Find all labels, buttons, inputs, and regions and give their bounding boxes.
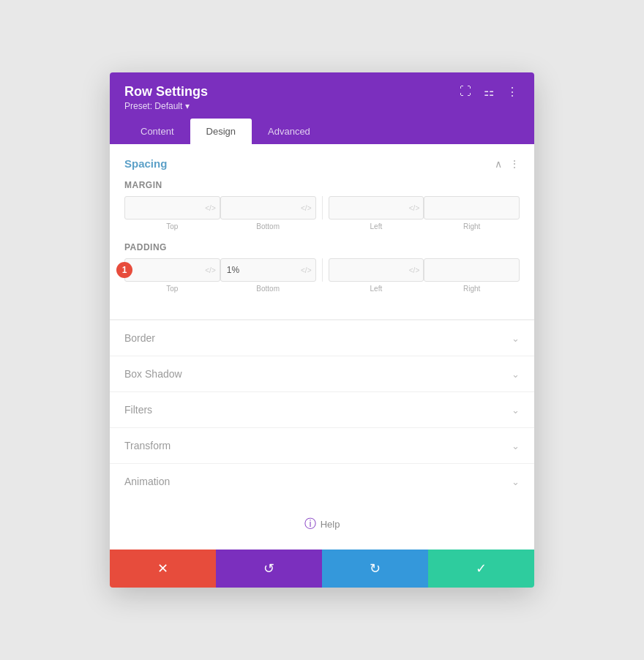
preset-label[interactable]: Preset: Default ▾ xyxy=(124,101,208,111)
tab-advanced[interactable]: Advanced xyxy=(252,119,326,144)
animation-title: Animation xyxy=(124,476,170,487)
padding-bottom-label: Bottom xyxy=(220,285,316,293)
spacing-section: Spacing ∧ ⋮ Margin </> xyxy=(110,144,534,320)
spacing-section-title: Spacing xyxy=(124,157,167,170)
padding-right-half: </> xyxy=(329,258,520,282)
box-shadow-title: Box Shadow xyxy=(124,368,182,380)
padding-left-half: </> </> xyxy=(124,258,316,282)
filters-title: Filters xyxy=(124,404,152,416)
modal-footer: ✕ ↺ ↻ ✓ xyxy=(110,550,534,588)
padding-sublabels: Top Bottom Left Right xyxy=(124,285,520,293)
margin-top-label: Top xyxy=(124,222,220,230)
padding-left-field: </> xyxy=(329,258,424,282)
margin-bottom-input[interactable] xyxy=(220,196,316,220)
transform-section[interactable]: Transform ⌄ xyxy=(110,427,534,463)
header-title-area: Row Settings Preset: Default ▾ xyxy=(124,84,208,111)
padding-group: Padding 1 </> </> xyxy=(124,242,520,293)
redo-button[interactable]: ↻ xyxy=(322,550,428,588)
margin-right-input[interactable] xyxy=(424,196,520,220)
filters-chevron-icon: ⌄ xyxy=(512,405,520,416)
margin-sublabels-right: Left Right xyxy=(329,222,520,230)
padding-left-label: Left xyxy=(329,285,424,293)
margin-sublabels: Top Bottom Left Right xyxy=(124,222,520,230)
padding-top-input[interactable] xyxy=(124,258,220,282)
padding-right-input[interactable] xyxy=(424,258,520,282)
columns-icon[interactable]: ⚏ xyxy=(482,84,496,99)
margin-left-field: </> xyxy=(329,196,424,220)
padding-bottom-field: </> xyxy=(220,258,316,282)
margin-left-input[interactable] xyxy=(329,196,424,220)
border-section[interactable]: Border ⌄ xyxy=(110,320,534,356)
animation-section[interactable]: Animation ⌄ xyxy=(110,463,534,499)
padding-divider xyxy=(322,258,323,282)
margin-group: Margin </> </> xyxy=(124,180,520,230)
padding-right-field xyxy=(424,258,520,282)
help-area: ⓘ Help xyxy=(110,499,534,550)
spacing-collapse-icon[interactable]: ∧ xyxy=(495,158,502,170)
border-title: Border xyxy=(124,332,155,344)
border-chevron-icon: ⌄ xyxy=(512,333,520,344)
save-button[interactable]: ✓ xyxy=(428,550,534,588)
tabs: Content Design Advanced xyxy=(124,119,520,144)
spacing-more-icon[interactable]: ⋮ xyxy=(509,158,520,170)
padding-sublabels-right: Left Right xyxy=(329,285,520,293)
padding-left-input[interactable] xyxy=(329,258,424,282)
padding-top-field: </> xyxy=(124,258,220,282)
modal-title: Row Settings xyxy=(124,84,208,100)
padding-sublabel-divider xyxy=(316,285,329,293)
margin-fields: </> </> </> xyxy=(124,196,520,220)
margin-divider xyxy=(322,196,323,220)
margin-label: Margin xyxy=(124,180,520,190)
margin-top-field: </> xyxy=(124,196,220,220)
padding-label: Padding xyxy=(124,242,520,252)
spacing-section-header: Spacing ∧ ⋮ xyxy=(110,144,534,180)
expand-icon[interactable]: ⛶ xyxy=(458,84,473,99)
padding-top-label: Top xyxy=(124,285,220,293)
help-label[interactable]: Help xyxy=(321,519,340,530)
margin-sublabels-left: Top Bottom xyxy=(124,222,316,230)
header-icons: ⛶ ⚏ ⋮ xyxy=(458,84,520,99)
notification-badge: 1 xyxy=(116,262,132,278)
spacing-section-body: Margin </> </> xyxy=(110,180,534,319)
padding-bottom-input[interactable] xyxy=(220,258,316,282)
modal: Row Settings Preset: Default ▾ ⛶ ⚏ ⋮ Con… xyxy=(110,72,534,588)
help-icon[interactable]: ⓘ xyxy=(304,517,316,532)
margin-sublabel-divider xyxy=(316,222,329,230)
tab-design[interactable]: Design xyxy=(190,119,252,144)
margin-bottom-field: </> xyxy=(220,196,316,220)
animation-chevron-icon: ⌄ xyxy=(512,476,520,487)
margin-left-half: </> </> xyxy=(124,196,316,220)
margin-right-field xyxy=(424,196,520,220)
transform-chevron-icon: ⌄ xyxy=(512,440,520,451)
header-top: Row Settings Preset: Default ▾ ⛶ ⚏ ⋮ xyxy=(124,84,520,111)
modal-body: Spacing ∧ ⋮ Margin </> xyxy=(110,144,534,550)
box-shadow-chevron-icon: ⌄ xyxy=(512,369,520,380)
margin-right-half: </> xyxy=(329,196,520,220)
padding-sublabels-left: Top Bottom xyxy=(124,285,316,293)
filters-section[interactable]: Filters ⌄ xyxy=(110,391,534,427)
tab-content[interactable]: Content xyxy=(124,119,190,144)
transform-title: Transform xyxy=(124,440,171,451)
padding-fields: 1 </> </> xyxy=(124,258,520,282)
more-options-icon[interactable]: ⋮ xyxy=(505,84,520,99)
spacing-header-icons: ∧ ⋮ xyxy=(495,158,520,170)
modal-header: Row Settings Preset: Default ▾ ⛶ ⚏ ⋮ Con… xyxy=(110,72,534,144)
padding-right-label: Right xyxy=(424,285,520,293)
margin-bottom-label: Bottom xyxy=(220,222,316,230)
margin-right-label: Right xyxy=(424,222,520,230)
margin-left-label: Left xyxy=(329,222,424,230)
box-shadow-section[interactable]: Box Shadow ⌄ xyxy=(110,356,534,391)
margin-top-input[interactable] xyxy=(124,196,220,220)
cancel-button[interactable]: ✕ xyxy=(110,550,216,588)
reset-button[interactable]: ↺ xyxy=(216,550,322,588)
